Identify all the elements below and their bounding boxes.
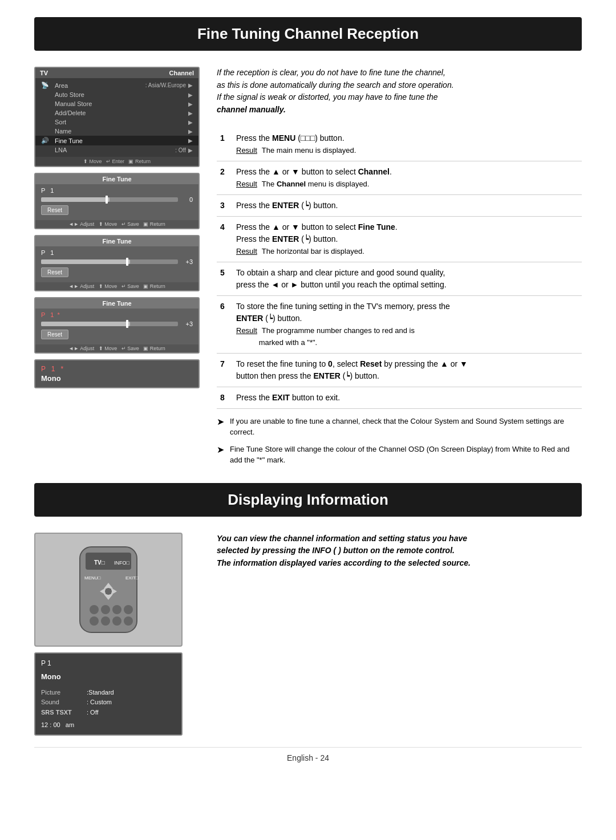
svg-point-18 bbox=[124, 616, 133, 626]
name-label: Name bbox=[55, 128, 186, 135]
step-5-content: To obtain a sharp and clear picture and … bbox=[233, 262, 582, 295]
fine-tune-3-footer-text: ◄► Adjust ⬆ Move ↵ Save ▣ Return bbox=[68, 346, 165, 351]
fine-tune-3-prog: P 1 * bbox=[41, 311, 193, 318]
step-7-num: 7 bbox=[217, 353, 233, 387]
channel-menu-row-adddelete: Add/Delete ▶ bbox=[35, 108, 198, 117]
info-screen-picture-row: Picture :Standard bbox=[41, 688, 176, 698]
picture-value: :Standard bbox=[87, 688, 114, 698]
fine-tune-1-reset-button[interactable]: Reset bbox=[41, 205, 68, 215]
fine-tune-2-reset-button[interactable]: Reset bbox=[41, 267, 68, 277]
channel-menu-row-name: Name ▶ bbox=[35, 127, 198, 136]
step-2-num: 2 bbox=[217, 161, 233, 194]
note-1-text: If you are unable to fine tune a channel… bbox=[230, 416, 582, 438]
fine-tune-2-fill bbox=[41, 259, 130, 264]
info-screen-prog: P 1 bbox=[41, 658, 176, 669]
fine-tune-3-track bbox=[41, 322, 178, 326]
channel-menu-body: 📡 Area : Asia/W.Europe ▶ Auto Store ▶ Ma… bbox=[35, 78, 198, 157]
channel-menu-footer-text: ⬆ Move ↵ Enter ▣ Return bbox=[83, 159, 151, 164]
finetune-arrow: ▶ bbox=[188, 137, 193, 144]
footer-text: English - 24 bbox=[287, 753, 329, 762]
info-screen-mode: Mono bbox=[41, 671, 176, 683]
step-5-row: 5 To obtain a sharp and clear picture an… bbox=[217, 262, 582, 295]
info-screen-body: P 1 Mono Picture :Standard Sound : Custo… bbox=[35, 654, 181, 735]
fine-tune-1-value: 0 bbox=[181, 196, 193, 203]
note-2-text: Fine Tune Store will change the colour o… bbox=[230, 444, 582, 466]
sound-label: Sound bbox=[41, 697, 81, 708]
sort-label: Sort bbox=[55, 119, 186, 125]
right-column: If the reception is clear, you do not ha… bbox=[217, 67, 582, 472]
channel-menu-row-finetune: 🔊 Fine Tune ▶ bbox=[35, 136, 198, 145]
section1-intro: If the reception is clear, you do not ha… bbox=[217, 67, 582, 116]
step-2-row: 2 Press the ▲ or ▼ button to select Chan… bbox=[217, 161, 582, 194]
note-2: ➤ Fine Tune Store will change the colour… bbox=[217, 444, 582, 466]
s2-intro-line2: selected by pressing the INFO ( ) button… bbox=[217, 546, 455, 555]
s2-intro-line1: You can view the channel information and… bbox=[217, 534, 467, 543]
page-footer: English - 24 bbox=[34, 747, 582, 762]
section1-title: Fine Tuning Channel Reception bbox=[34, 17, 582, 51]
step-4-row: 4 Press the ▲ or ▼ button to select Fine… bbox=[217, 216, 582, 262]
finetune-icon: 🔊 bbox=[41, 137, 52, 144]
section2: Displaying Information TV□ INFO□ MEN bbox=[34, 483, 582, 736]
fine-tune-1-footer: ◄► Adjust ⬆ Move ↵ Save ▣ Return bbox=[35, 220, 198, 228]
svg-text:INFO□: INFO□ bbox=[114, 560, 129, 566]
sort-arrow: ▶ bbox=[188, 119, 193, 125]
svg-point-12 bbox=[101, 605, 110, 614]
section1-content: TV Channel 📡 Area : Asia/W.Europe ▶ Auto… bbox=[34, 67, 582, 472]
step-8-content: Press the EXIT button to exit. bbox=[233, 387, 582, 408]
fine-tune-screen-1: Fine Tune P 1 0 Reset ◄► Adjust ⬆ Move ↵… bbox=[34, 173, 200, 229]
fine-tune-1-slider: 0 bbox=[41, 196, 193, 203]
mini-info-screen: P 1 * Mono bbox=[34, 359, 200, 388]
info-screen-time: 12 : 00 am bbox=[41, 720, 176, 731]
autostore-label: Auto Store bbox=[55, 91, 186, 98]
info-screen-srs-row: SRS TSXT : Off bbox=[41, 708, 176, 718]
step-1-num: 1 bbox=[217, 128, 233, 161]
fine-tune-3-title: Fine Tune bbox=[35, 298, 198, 309]
area-value: : Asia/W.Europe bbox=[145, 82, 186, 88]
fine-tune-1-title: Fine Tune bbox=[35, 174, 198, 184]
step-8-row: 8 Press the EXIT button to exit. bbox=[217, 387, 582, 408]
section2-left: TV□ INFO□ MENU□ EXIT□ bbox=[34, 533, 200, 736]
channel-menu-row-area: 📡 Area : Asia/W.Europe ▶ bbox=[35, 80, 198, 90]
sound-value: : Custom bbox=[87, 697, 112, 708]
fine-tune-screen-2: Fine Tune P 1 +3 Reset ◄► Adjust ⬆ Move … bbox=[34, 235, 200, 291]
channel-menu-header: TV Channel bbox=[35, 68, 198, 78]
fine-tune-2-prog: P 1 bbox=[41, 249, 193, 256]
step-8-num: 8 bbox=[217, 387, 233, 408]
fine-tune-2-thumb bbox=[126, 258, 128, 266]
section2-content: TV□ INFO□ MENU□ EXIT□ bbox=[34, 533, 582, 736]
fine-tune-3-thumb bbox=[126, 320, 128, 328]
step-1-content: Press the MENU (□□□) button. ResultThe m… bbox=[233, 128, 582, 161]
fine-tune-3-reset-button[interactable]: Reset bbox=[41, 330, 68, 339]
page: Fine Tuning Channel Reception TV Channel… bbox=[0, 0, 616, 840]
fine-tune-1-prog: P 1 bbox=[41, 187, 193, 194]
finetune-label: Fine Tune bbox=[55, 137, 186, 144]
fine-tune-screen-3: Fine Tune P 1 * +3 Reset ◄► Adjust ⬆ Mov… bbox=[34, 297, 200, 354]
picture-label: Picture bbox=[41, 688, 81, 698]
step-4-num: 4 bbox=[217, 216, 233, 262]
step-4-content: Press the ▲ or ▼ button to select Fine T… bbox=[233, 216, 582, 262]
channel-menu-row-autostore: Auto Store ▶ bbox=[35, 90, 198, 99]
step-3-num: 3 bbox=[217, 194, 233, 216]
adddelete-label: Add/Delete bbox=[55, 109, 186, 116]
intro-line4: channel manually. bbox=[217, 105, 286, 114]
notes-section: ➤ If you are unable to fine tune a chann… bbox=[217, 416, 582, 466]
manualstore-arrow: ▶ bbox=[188, 101, 193, 107]
note-1-arrow: ➤ bbox=[217, 415, 224, 429]
mini-info-mode: Mono bbox=[41, 374, 193, 383]
area-label: Area bbox=[55, 82, 145, 89]
srs-label: SRS TSXT bbox=[41, 708, 81, 718]
info-screen-sound-row: Sound : Custom bbox=[41, 697, 176, 708]
note-1: ➤ If you are unable to fine tune a chann… bbox=[217, 416, 582, 438]
manualstore-label: Manual Store bbox=[55, 100, 186, 107]
note-2-arrow: ➤ bbox=[217, 443, 224, 457]
area-arrow: ▶ bbox=[188, 82, 193, 88]
info-screen-box: P 1 Mono Picture :Standard Sound : Custo… bbox=[34, 652, 183, 736]
step-6-row: 6 To store the fine tuning setting in th… bbox=[217, 295, 582, 353]
lna-value: : Off bbox=[175, 147, 186, 153]
fine-tune-2-value: +3 bbox=[181, 258, 193, 265]
step-7-content: To reset the fine tuning to 0, select Re… bbox=[233, 353, 582, 387]
fine-tune-2-footer-text: ◄► Adjust ⬆ Move ↵ Save ▣ Return bbox=[68, 283, 165, 289]
intro-line1: If the reception is clear, you do not ha… bbox=[217, 68, 445, 77]
svg-point-13 bbox=[112, 605, 121, 614]
fine-tune-1-fill bbox=[41, 197, 110, 202]
